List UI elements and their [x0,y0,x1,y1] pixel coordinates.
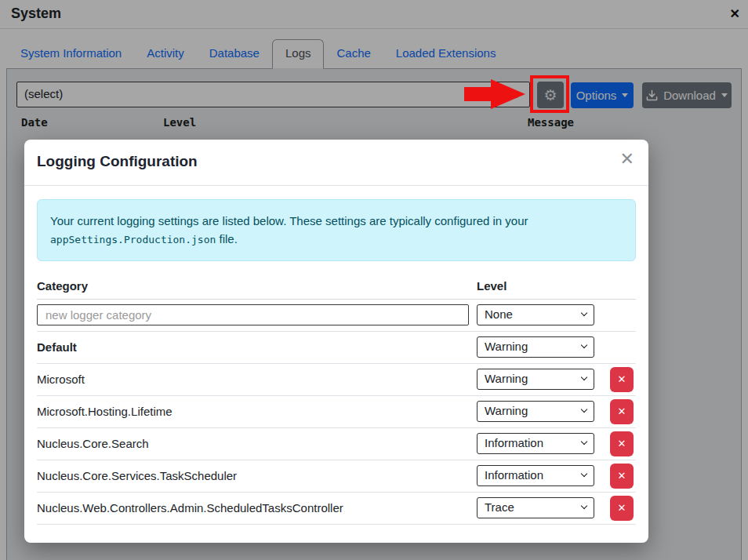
delete-logger-button[interactable]: ✕ [610,399,634,424]
level-cell: Warning [477,369,594,390]
level-column-header: Level [477,279,636,293]
modal-title: Logging Configuration [37,153,636,170]
level-select-new[interactable]: None [477,304,594,325]
action-cell: ✕ [594,367,636,392]
delete-logger-button[interactable]: ✕ [610,496,634,521]
level-cell: Warning [477,401,594,422]
level-select-task-scheduler[interactable]: Information [477,465,594,486]
level-cell: None [477,304,594,325]
chevron-down-icon [581,406,587,413]
annotation-red-highlight-box [530,75,569,113]
modal-close-icon[interactable]: ✕ [620,151,634,168]
delete-logger-button[interactable]: ✕ [610,367,634,392]
level-select-microsoft[interactable]: Warning [477,369,594,390]
delete-logger-button[interactable]: ✕ [610,464,634,489]
level-select-value: Warning [485,404,528,417]
logger-category: Default [37,340,477,354]
delete-logger-button[interactable]: ✕ [610,431,634,456]
category-column-header: Category [37,279,477,293]
level-cell: Information [477,433,594,454]
logger-category: Nucleus.Core.Services.TaskScheduler [37,469,477,482]
level-cell: Trace [477,497,594,518]
modal-body: Your current logging settings are listed… [24,186,648,525]
chevron-down-icon [581,438,587,445]
action-cell: ✕ [594,399,636,424]
chevron-down-icon [581,310,587,316]
logger-category: Microsoft [37,373,477,386]
new-logger-cell [37,304,477,325]
config-table-header: Category Level [37,279,636,300]
level-select-hosting-lifetime[interactable]: Warning [477,401,594,422]
logging-configuration-modal: Logging Configuration ✕ Your current log… [24,140,648,543]
action-cell: ✕ [594,496,636,521]
system-dialog-screen: System ✕ System Information Activity Dat… [0,0,748,560]
alert-text-suffix: file. [220,232,238,245]
level-select-value: Information [485,468,543,482]
action-cell: ✕ [594,464,636,489]
logger-row-task-scheduler: Nucleus.Core.Services.TaskScheduler Info… [37,460,636,493]
delete-x-icon: ✕ [618,373,626,385]
alert-text: Your current logging settings are listed… [50,214,528,227]
modal-header: Logging Configuration ✕ [24,140,648,186]
level-select-value: Information [485,436,543,449]
action-cell: ✕ [594,431,636,456]
delete-x-icon: ✕ [618,438,626,449]
alert-code: appSettings.Production.json [50,234,216,245]
chevron-down-icon [581,503,587,509]
chevron-down-icon [581,374,587,380]
delete-x-icon: ✕ [618,405,626,417]
annotation-red-arrow [464,79,525,109]
level-cell: Warning [477,336,594,358]
logger-row-microsoft: Microsoft Warning ✕ [37,364,636,396]
chevron-down-icon [581,471,587,477]
logger-row-default: Default Warning [37,332,636,364]
level-select-default[interactable]: Warning [477,336,594,358]
logger-category: Nucleus.Core.Search [37,437,477,450]
info-alert: Your current logging settings are listed… [37,199,636,261]
level-select-core-search[interactable]: Information [477,433,594,454]
logger-row-scheduled-tasks-controller: Nucleus.Web.Controllers.Admin.ScheduledT… [37,493,636,525]
level-cell: Information [477,465,594,486]
level-select-value: Warning [485,372,528,385]
chevron-down-icon [581,342,587,348]
logger-row-microsoft-hosting-lifetime: Microsoft.Hosting.Lifetime Warning ✕ [37,396,636,428]
level-select-value: None [485,307,513,321]
level-select-value: Warning [485,340,528,353]
new-logger-category-input[interactable] [37,304,469,325]
delete-x-icon: ✕ [618,470,626,482]
new-logger-row: None [37,300,636,332]
logger-category: Microsoft.Hosting.Lifetime [37,405,477,418]
logger-category: Nucleus.Web.Controllers.Admin.ScheduledT… [37,501,477,515]
level-select-value: Trace [485,500,514,514]
logger-row-nucleus-core-search: Nucleus.Core.Search Information ✕ [37,428,636,460]
delete-x-icon: ✕ [618,502,626,514]
level-select-scheduled-tasks[interactable]: Trace [477,497,594,518]
